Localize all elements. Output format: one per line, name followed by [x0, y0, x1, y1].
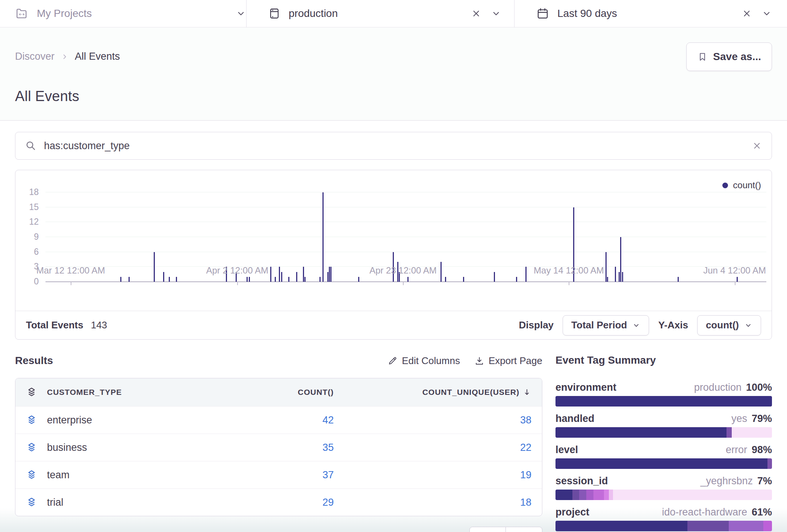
customer-type-cell: trial	[47, 497, 249, 508]
tag-bar-segment[interactable]	[726, 427, 732, 438]
tag-bar[interactable]	[555, 396, 772, 407]
count-cell-link[interactable]: 42	[259, 414, 334, 426]
export-page-label: Export Page	[489, 355, 542, 367]
tag-bar[interactable]	[555, 521, 772, 531]
chart-bar	[281, 272, 282, 282]
chevron-down-icon	[744, 321, 752, 329]
environment-clear-icon[interactable]	[471, 9, 481, 18]
pagination-next-button[interactable]	[505, 527, 542, 532]
tag-bar-segment[interactable]	[729, 521, 763, 531]
tag-name: session_id	[555, 475, 608, 487]
layers-icon[interactable]	[26, 387, 37, 398]
table-row: business3522	[15, 434, 542, 461]
pagination-prev-button[interactable]	[469, 527, 506, 532]
count-unique-cell-link[interactable]: 22	[344, 442, 531, 453]
chart-bar	[407, 277, 409, 282]
chart-legend[interactable]: count()	[722, 180, 761, 190]
date-range-filter[interactable]: Last 90 days	[515, 0, 772, 27]
tag-group-environment: environmentproduction100%	[555, 382, 772, 407]
tag-group-session_id: session_id_yeghrsbnz7%	[555, 475, 772, 500]
export-page-button[interactable]: Export Page	[474, 355, 542, 367]
layers-icon[interactable]	[26, 414, 37, 426]
tag-name: level	[555, 444, 578, 455]
search-input[interactable]: has:customer_type	[44, 140, 745, 152]
breadcrumb-discover-link[interactable]: Discover	[15, 51, 54, 62]
column-header-customer-type[interactable]: CUSTOMER_TYPE	[47, 388, 249, 397]
chart-bar	[303, 267, 304, 282]
date-chevron-down-icon[interactable]	[761, 8, 772, 19]
y-axis-tick-label: 15	[15, 202, 39, 212]
count-unique-cell-link[interactable]: 38	[344, 414, 531, 426]
project-chevron-down-icon[interactable]	[236, 8, 246, 19]
edit-columns-button[interactable]: Edit Columns	[387, 355, 460, 367]
discover-page: My Projects production	[0, 0, 787, 532]
table-row: team3719	[15, 461, 542, 488]
chart-bar	[440, 262, 442, 282]
search-bar[interactable]: has:customer_type	[15, 132, 772, 160]
breadcrumb: Discover All Events	[15, 51, 120, 62]
tag-bar-segment[interactable]	[767, 458, 772, 469]
tag-bar[interactable]	[555, 490, 772, 500]
layers-icon[interactable]	[26, 497, 37, 508]
tag-bar-segment[interactable]	[572, 490, 579, 500]
count-cell-link[interactable]: 37	[259, 469, 334, 481]
x-axis-tick-label: May 14 12:00 AM	[534, 265, 604, 276]
tag-bar-segment[interactable]	[763, 521, 772, 531]
layers-icon[interactable]	[26, 469, 37, 481]
tag-summary-title: Event Tag Summary	[555, 355, 772, 366]
x-axis-tick-label: Apr 2 12:00 AM	[206, 265, 268, 276]
tag-bar-segment[interactable]	[555, 521, 687, 531]
tag-bar-segment[interactable]	[586, 490, 594, 500]
tag-bar[interactable]	[555, 427, 772, 438]
tag-name: environment	[555, 382, 616, 393]
environment-filter[interactable]: production	[247, 0, 514, 27]
tag-bar[interactable]	[555, 458, 772, 469]
x-axis-tick	[569, 282, 569, 285]
tag-bar-segment[interactable]	[732, 427, 772, 438]
project-filter[interactable]: My Projects	[15, 0, 246, 27]
yaxis-select[interactable]: count()	[697, 315, 761, 336]
tag-bar-segment[interactable]	[687, 521, 728, 531]
column-header-count-unique[interactable]: COUNT_UNIQUE(USER)	[344, 388, 531, 397]
chevron-right-icon	[61, 53, 69, 61]
tag-bar-segment[interactable]	[593, 490, 604, 500]
yaxis-label: Y-Axis	[658, 319, 688, 331]
project-folder-icon	[15, 7, 29, 20]
tag-bar-segment[interactable]	[604, 490, 609, 500]
chart-bar	[525, 267, 527, 282]
display-select[interactable]: Total Period	[563, 315, 649, 336]
edit-columns-label: Edit Columns	[402, 355, 460, 367]
results-section: Results Edit Columns Export	[15, 353, 542, 532]
count-cell-link[interactable]: 29	[259, 497, 334, 508]
tag-bar-segment[interactable]	[609, 490, 613, 500]
environment-chevron-down-icon[interactable]	[491, 8, 501, 19]
count-cell-link[interactable]: 35	[259, 442, 334, 453]
tag-bar-segment[interactable]	[555, 396, 772, 407]
tag-bar-segment[interactable]	[555, 490, 572, 500]
chart-bar	[615, 267, 616, 282]
count-unique-cell-link[interactable]: 19	[344, 469, 531, 481]
project-filter-label: My Projects	[37, 8, 92, 20]
date-clear-icon[interactable]	[742, 9, 752, 18]
x-axis-tick	[237, 282, 238, 285]
gridline	[45, 207, 766, 207]
page-header: Discover All Events Save as... All Event…	[0, 27, 787, 121]
customer-type-cell: enterprise	[47, 414, 249, 426]
chart-bar	[445, 277, 446, 282]
tag-percent: 100%	[746, 382, 772, 393]
tag-top-value: ido-react-hardware	[662, 506, 747, 518]
tag-bar-segment[interactable]	[555, 458, 767, 469]
count-unique-cell-link[interactable]: 18	[344, 497, 531, 508]
tag-bar-segment[interactable]	[613, 490, 772, 500]
save-as-button[interactable]: Save as...	[686, 42, 772, 71]
sort-desc-icon	[522, 388, 531, 397]
column-header-count[interactable]: COUNT()	[259, 388, 334, 397]
tag-bar-segment[interactable]	[579, 490, 586, 500]
tag-name: project	[555, 506, 589, 518]
layers-icon[interactable]	[26, 442, 37, 453]
tag-bar-segment[interactable]	[555, 427, 726, 438]
search-clear-icon[interactable]	[752, 141, 762, 151]
x-axis-tick-label: Apr 23 12:00 AM	[369, 265, 437, 276]
tag-group-level: levelerror98%	[555, 444, 772, 469]
pencil-icon	[387, 356, 398, 366]
